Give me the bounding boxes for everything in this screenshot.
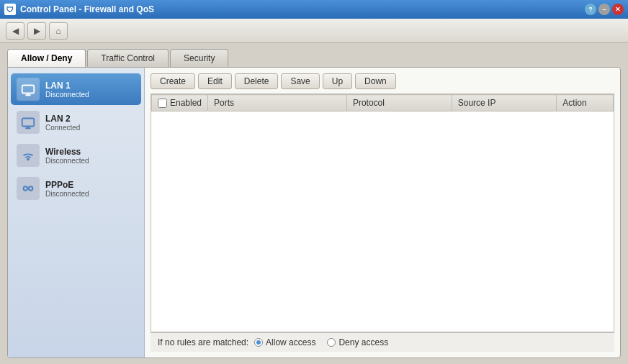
lan2-status: Connected bbox=[45, 124, 80, 132]
radio-deny[interactable]: Deny access bbox=[327, 337, 388, 347]
lan2-info: LAN 2 Connected bbox=[45, 114, 80, 132]
lan1-icon bbox=[17, 78, 40, 101]
title-bar: 🛡 Control Panel - Firewall and QoS ? – ✕ bbox=[0, 0, 628, 19]
delete-button[interactable]: Delete bbox=[235, 73, 279, 89]
lan2-icon bbox=[17, 111, 40, 134]
save-button[interactable]: Save bbox=[281, 73, 319, 89]
lan1-name: LAN 1 bbox=[45, 81, 89, 91]
close-button[interactable]: ✕ bbox=[612, 4, 624, 15]
help-button[interactable]: ? bbox=[585, 4, 596, 15]
tab-security[interactable]: Security bbox=[170, 49, 228, 67]
app-icon: 🛡 bbox=[4, 4, 16, 15]
radio-deny-circle bbox=[327, 338, 336, 347]
wireless-info: Wireless Disconnected bbox=[45, 147, 89, 165]
radio-deny-label: Deny access bbox=[338, 337, 388, 347]
col-ports: Ports bbox=[208, 95, 347, 112]
sidebar-item-lan1[interactable]: LAN 1 Disconnected bbox=[11, 73, 141, 105]
create-button[interactable]: Create bbox=[151, 73, 195, 89]
home-button[interactable]: ⌂ bbox=[49, 22, 68, 40]
wireless-icon bbox=[17, 144, 40, 167]
col-enabled: Enabled bbox=[152, 95, 208, 112]
radio-allow-circle bbox=[254, 338, 263, 347]
sidebar-item-pppoe[interactable]: PPPoE Disconnected bbox=[11, 173, 141, 204]
radio-allow[interactable]: Allow access bbox=[254, 337, 315, 347]
col-action: Action bbox=[557, 95, 614, 112]
rules-table: Enabled Ports Protocol Source IP Action bbox=[151, 94, 614, 112]
radio-group: Allow access Deny access bbox=[254, 337, 388, 347]
radio-allow-label: Allow access bbox=[266, 337, 315, 347]
footer-label: If no rules are matched: bbox=[158, 337, 248, 347]
tab-allow-deny[interactable]: Allow / Deny bbox=[7, 49, 86, 67]
toolbar: ◀ ▶ ⌂ bbox=[0, 19, 628, 43]
svg-point-8 bbox=[29, 186, 32, 191]
sidebar-item-lan2[interactable]: LAN 2 Connected bbox=[11, 106, 141, 138]
tab-bar: Allow / Deny Traffic Control Security bbox=[7, 49, 621, 67]
main-container: Allow / Deny Traffic Control Security bbox=[0, 43, 628, 364]
window-controls: ? – ✕ bbox=[585, 4, 624, 15]
sidebar: LAN 1 Disconnected LAN 2 Connected bbox=[8, 68, 145, 358]
footer-bar: If no rules are matched: Allow access De… bbox=[151, 332, 614, 352]
lan2-name: LAN 2 bbox=[45, 114, 80, 124]
wireless-status: Disconnected bbox=[45, 157, 89, 165]
title-bar-left: 🛡 Control Panel - Firewall and QoS bbox=[4, 4, 154, 15]
lan1-status: Disconnected bbox=[45, 91, 89, 99]
pppoe-status: Disconnected bbox=[45, 190, 89, 198]
content-panel: LAN 1 Disconnected LAN 2 Connected bbox=[7, 67, 621, 358]
pppoe-icon bbox=[17, 177, 40, 200]
svg-rect-0 bbox=[22, 86, 35, 94]
minimize-button[interactable]: – bbox=[598, 4, 610, 15]
rules-table-container: Enabled Ports Protocol Source IP Action bbox=[151, 94, 614, 332]
tab-traffic-control[interactable]: Traffic Control bbox=[87, 49, 169, 67]
enabled-checkbox-header[interactable] bbox=[158, 99, 167, 108]
svg-point-6 bbox=[27, 159, 29, 160]
down-button[interactable]: Down bbox=[355, 73, 396, 89]
up-button[interactable]: Up bbox=[323, 73, 352, 89]
action-buttons: Create Edit Delete Save Up Down bbox=[151, 73, 614, 89]
lan1-info: LAN 1 Disconnected bbox=[45, 81, 89, 99]
sidebar-item-wireless[interactable]: Wireless Disconnected bbox=[11, 140, 141, 171]
col-protocol: Protocol bbox=[346, 95, 452, 112]
pppoe-info: PPPoE Disconnected bbox=[45, 180, 89, 198]
svg-rect-3 bbox=[22, 119, 35, 127]
wireless-name: Wireless bbox=[45, 147, 89, 157]
pppoe-name: PPPoE bbox=[45, 180, 89, 190]
window-title: Control Panel - Firewall and QoS bbox=[20, 4, 154, 14]
col-source-ip: Source IP bbox=[452, 95, 557, 112]
forward-button[interactable]: ▶ bbox=[27, 22, 46, 40]
edit-button[interactable]: Edit bbox=[198, 73, 232, 89]
back-button[interactable]: ◀ bbox=[6, 22, 24, 40]
svg-point-7 bbox=[24, 186, 28, 191]
main-content: Create Edit Delete Save Up Down Enab bbox=[145, 68, 620, 358]
